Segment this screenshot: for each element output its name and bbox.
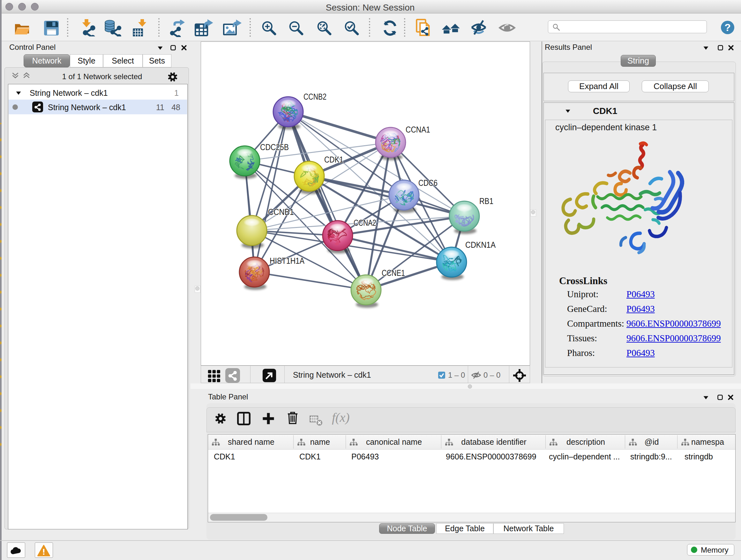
svg-text:CCNB2: CCNB2	[304, 92, 327, 102]
svg-text:CCNB1: CCNB1	[268, 207, 294, 217]
svg-text:CDC6: CDC6	[418, 178, 437, 188]
svg-text:CCNE1: CCNE1	[382, 268, 405, 278]
svg-text:HIST1H1A: HIST1H1A	[270, 256, 305, 266]
svg-text:RB1: RB1	[479, 196, 493, 206]
svg-text:CDK1: CDK1	[324, 155, 343, 165]
svg-text:CCNA2: CCNA2	[354, 218, 376, 228]
svg-text:CDKN1A: CDKN1A	[465, 240, 495, 250]
svg-text:CDC25B: CDC25B	[260, 142, 289, 152]
svg-text:CCNA1: CCNA1	[406, 125, 430, 134]
